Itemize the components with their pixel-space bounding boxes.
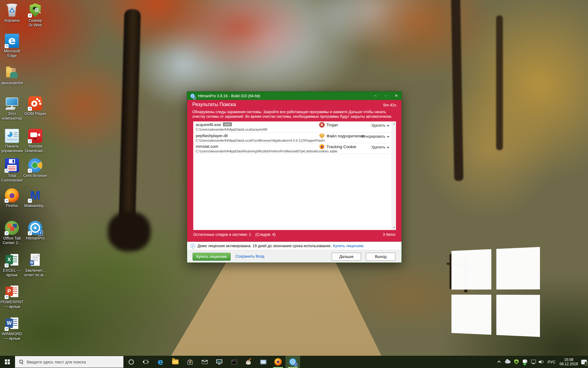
paint-palette-icon bbox=[246, 359, 251, 365]
desktop-icon-label: управления bbox=[1, 148, 23, 153]
license-bar: i Демо лицензия активирована. 19 дней до… bbox=[187, 242, 401, 250]
desktop-icon-edge[interactable]: e ↗ Microsoft Edge bbox=[0, 34, 26, 58]
speaker-icon bbox=[539, 359, 544, 364]
chevron-down-icon bbox=[387, 136, 389, 138]
next-button[interactable]: Дальше bbox=[332, 253, 361, 261]
desktop-icon-label: Сканер bbox=[28, 18, 42, 23]
desktop-icon-label: EXCEL — bbox=[3, 268, 21, 273]
notification-badge: 3 bbox=[584, 361, 588, 366]
taskbar-file-explorer[interactable] bbox=[168, 356, 183, 368]
taskbar-hitmanpro-active[interactable]: s bbox=[285, 356, 300, 368]
buy-license-link[interactable]: Купить лицензию bbox=[333, 244, 364, 248]
tray-notifications[interactable]: 3 bbox=[580, 356, 588, 368]
threat-path: C:\Users\alexander64\AppData\Local\CentB… bbox=[196, 139, 325, 142]
office-tab-icon: ↗ bbox=[5, 221, 19, 235]
scrollbar[interactable] bbox=[392, 121, 396, 230]
desktop-icon-gom-player[interactable]: ↗ GOM Player bbox=[21, 96, 49, 116]
desktop-icon-label: Malwareby... bbox=[24, 203, 47, 208]
tray-defender[interactable]: ✓ bbox=[521, 356, 529, 368]
desktop-icon-report-document[interactable]: W Заключит... отчет по м... bbox=[21, 253, 49, 277]
scan-result-row[interactable]: mmstat.com Tracking Cookie Удалить C:\Us… bbox=[193, 143, 392, 154]
control-panel-icon bbox=[5, 129, 19, 143]
taskbar-edge[interactable]: e bbox=[153, 356, 168, 368]
save-login-link[interactable]: Сохранить Вход bbox=[236, 254, 264, 259]
taskbar-store[interactable] bbox=[183, 356, 197, 368]
desktop-icon-drweb-scanner[interactable]: ↗ Сканер Dr.Web bbox=[21, 3, 49, 27]
scan-description: Обнаружены следы заражения системы. Закр… bbox=[192, 110, 398, 119]
task-view-button[interactable] bbox=[138, 356, 153, 368]
taskbar-performance-monitor[interactable] bbox=[212, 356, 227, 368]
desktop-icon-label: Edge bbox=[7, 53, 17, 58]
window-titlebar[interactable]: s HitmanPro 3.8.16 - Build 310 (64-bit) … bbox=[187, 92, 401, 100]
items-count: 3 Items bbox=[383, 232, 395, 237]
desktop-icon-label: Total bbox=[8, 173, 16, 178]
cortana-button[interactable] bbox=[124, 356, 138, 368]
gom-player-icon: ↗ bbox=[28, 96, 42, 110]
shortcut-arrow-icon: ↗ bbox=[28, 139, 32, 143]
store-icon bbox=[187, 359, 193, 365]
search-icon bbox=[19, 360, 24, 364]
cloud-icon bbox=[505, 360, 511, 363]
desktop-icon-user-folder[interactable]: alexander64 bbox=[0, 66, 26, 85]
scan-timer: 5m 42s bbox=[383, 103, 396, 107]
threat-name: mmstat.com bbox=[196, 144, 218, 149]
shortcut-arrow-icon: ↗ bbox=[5, 327, 9, 331]
scan-result-row[interactable]: pepflashplayer.dll Файл подозрителен Игн… bbox=[193, 132, 392, 143]
scroll-down-icon[interactable] bbox=[393, 227, 395, 228]
hitmanpro-icon: s bbox=[289, 358, 296, 366]
buy-license-button[interactable]: Купить лицензию bbox=[193, 253, 231, 261]
exit-button[interactable]: Выход bbox=[366, 253, 395, 261]
computer-icon bbox=[5, 96, 19, 110]
desktop-icon-label: Center 2... bbox=[3, 240, 21, 245]
trojan-shield-icon bbox=[319, 122, 324, 127]
desktop-icon-powerpoint[interactable]: P ↗ POWERPNT — ярлык bbox=[0, 285, 26, 309]
tray-clock[interactable]: 15:08 08.12.2019 bbox=[557, 356, 580, 368]
license-text: Демо лицензия активирована. 19 дней до о… bbox=[198, 244, 331, 248]
description-line: очистку ситемы от заражений. Во время оч… bbox=[192, 114, 392, 119]
taskbar-paint[interactable] bbox=[241, 356, 256, 368]
start-button[interactable] bbox=[0, 356, 15, 368]
close-button[interactable]: ✕ bbox=[391, 92, 401, 100]
desktop-icon-label: — ярлык bbox=[4, 336, 20, 341]
search-input[interactable] bbox=[27, 360, 112, 364]
tray-onedrive[interactable] bbox=[503, 356, 512, 368]
maximize-button[interactable]: □ bbox=[381, 92, 391, 100]
cent-browser-icon: ↗ bbox=[28, 158, 42, 172]
task-view-icon bbox=[143, 360, 149, 364]
desktop-icon-malwarebytes[interactable]: M ↗ Malwareby... bbox=[21, 188, 49, 208]
taskbar-command-prompt[interactable]: C:\_ bbox=[227, 356, 241, 368]
action-dropdown[interactable]: Удалить bbox=[371, 145, 389, 149]
desktop-icon-label: — ярлык bbox=[4, 304, 20, 309]
scan-result-row[interactable]: acquirefill.exe4580 Trojan Удалить C:\Us… bbox=[193, 121, 392, 132]
action-dropdown[interactable]: Удалить bbox=[371, 123, 389, 128]
warning-shield-icon bbox=[319, 133, 324, 138]
monitor-graph-icon bbox=[216, 359, 222, 365]
device-icon bbox=[260, 360, 266, 364]
scan-results-list: acquirefill.exe4580 Trojan Удалить C:\Us… bbox=[193, 121, 396, 230]
tray-show-hidden-icons[interactable] bbox=[497, 356, 502, 368]
page-title: Результаты Поиска bbox=[192, 102, 236, 107]
taskbar-firefox[interactable] bbox=[271, 356, 285, 368]
tray-network[interactable] bbox=[529, 356, 538, 368]
taskbar-search[interactable] bbox=[15, 356, 124, 368]
hitmanpro-icon: s ↗ bbox=[28, 221, 42, 235]
desktop-icon-winword[interactable]: W ↗ WINWORD — ярлык bbox=[0, 316, 26, 341]
total-commander-icon: ↗ bbox=[5, 158, 19, 172]
action-dropdown[interactable]: Игнорировать bbox=[362, 134, 389, 139]
shortcut-arrow-icon: ↗ bbox=[28, 169, 32, 173]
user-folder-icon bbox=[5, 66, 19, 80]
tray-language[interactable]: РУС bbox=[546, 356, 557, 368]
tray-volume[interactable] bbox=[537, 356, 546, 368]
folder-icon bbox=[172, 359, 179, 364]
tray-drweb[interactable] bbox=[512, 356, 521, 368]
desktop-icon-hitmanpro[interactable]: s ↗ HitmanPro bbox=[21, 221, 49, 240]
desktop-icon-cent-browser[interactable]: ↗ Cent Browser bbox=[21, 158, 49, 178]
taskbar-mail[interactable] bbox=[197, 356, 212, 368]
minimize-button[interactable]: – bbox=[370, 92, 381, 100]
desktop-icon-youtube-downloader[interactable]: ↗ Youtube Download... bbox=[21, 129, 49, 153]
taskbar-device-app[interactable] bbox=[256, 356, 271, 368]
desktop-icon-label: отчет по м... bbox=[24, 273, 47, 277]
desktop-icon-label: Office Tab bbox=[3, 236, 21, 240]
scroll-up-icon[interactable] bbox=[393, 123, 395, 125]
desktop-icon-label: Youtube bbox=[28, 144, 42, 148]
